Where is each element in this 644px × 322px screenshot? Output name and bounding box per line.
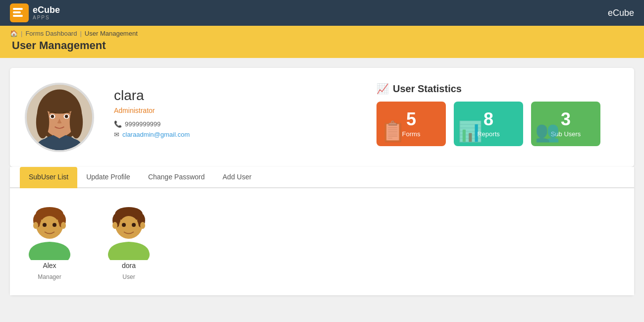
reports-count: 8 [483, 110, 493, 128]
svg-point-12 [51, 115, 54, 118]
tab-content: Alex Manager [10, 188, 634, 295]
svg-rect-1 [13, 11, 21, 13]
breadcrumb: 🏠 | Forms Dashboard | User Management [10, 30, 634, 37]
svg-point-30 [122, 223, 126, 227]
tabs-container: SubUser List Update Profile Change Passw… [10, 167, 634, 295]
profile-info: clara Administrator 📞 9999999999 ✉ clara… [114, 83, 357, 141]
svg-point-29 [119, 216, 139, 238]
subusers-grid: Alex Manager [25, 203, 619, 280]
svg-point-22 [33, 222, 38, 229]
navbar-right-title: eCube [608, 8, 634, 18]
subuser-name-alex: Alex [43, 262, 56, 269]
brand-sub: APPS [33, 15, 60, 20]
svg-point-32 [112, 222, 117, 229]
subusers-bg-icon: 👥 [535, 120, 560, 143]
profile-email: ✉ claraadmin@gmail.com [114, 131, 357, 138]
svg-point-9 [42, 93, 77, 113]
stats-header: 📈 User Statistics [376, 83, 619, 95]
profile-phone: 📞 9999999999 [114, 120, 357, 128]
tab-update-profile[interactable]: Update Profile [77, 167, 139, 188]
tab-add-user[interactable]: Add User [214, 167, 260, 188]
separator-1: | [21, 30, 22, 37]
subuser-role-dora: User [122, 273, 135, 280]
subuser-name-dora: dora [122, 262, 136, 269]
svg-point-31 [132, 223, 136, 227]
separator-2: | [80, 30, 81, 37]
subuser-item-alex: Alex Manager [25, 203, 74, 280]
main-content: clara Administrator 📞 9999999999 ✉ clara… [0, 58, 644, 305]
chart-icon: 📈 [376, 83, 389, 95]
svg-point-33 [140, 222, 145, 229]
stat-card-forms[interactable]: 📋 5 Forms [376, 102, 446, 146]
svg-rect-0 [13, 8, 23, 10]
brand-name: eCube [33, 5, 60, 15]
breadcrumb-bar: 🏠 | Forms Dashboard | User Management Us… [0, 26, 644, 58]
email-icon: ✉ [114, 131, 119, 138]
breadcrumb-current: User Management [85, 30, 138, 37]
profile-name: clara [114, 88, 357, 104]
subuser-avatar-alex [25, 203, 74, 258]
avatar [25, 83, 94, 152]
subuser-avatar-dora [104, 203, 154, 258]
reports-bg-icon: 📊 [458, 120, 483, 143]
svg-point-20 [43, 223, 47, 227]
svg-point-21 [53, 223, 56, 227]
tabs-nav: SubUser List Update Profile Change Passw… [10, 167, 634, 188]
svg-point-19 [40, 216, 59, 238]
email-link[interactable]: claraadmin@gmail.com [122, 131, 190, 138]
subuser-role-alex: Manager [38, 273, 61, 280]
stats-section: 📈 User Statistics 📋 5 Forms 📊 8 Reports [376, 83, 619, 146]
tab-change-password[interactable]: Change Password [139, 167, 214, 188]
breadcrumb-forms-dashboard[interactable]: Forms Dashboard [25, 30, 77, 37]
brand-container: eCube APPS [10, 3, 60, 22]
stat-card-reports[interactable]: 📊 8 Reports [454, 102, 523, 146]
phone-icon: 📞 [114, 120, 122, 128]
svg-point-23 [61, 222, 66, 229]
tab-subuser-list[interactable]: SubUser List [20, 167, 77, 188]
forms-count: 5 [406, 110, 416, 128]
subusers-count: 3 [561, 110, 571, 128]
svg-rect-2 [13, 15, 23, 17]
svg-point-13 [65, 115, 68, 118]
navbar: eCube APPS eCube [0, 0, 644, 26]
profile-top: clara Administrator 📞 9999999999 ✉ clara… [25, 83, 619, 152]
profile-role: Administrator [114, 107, 357, 114]
logo [10, 3, 29, 22]
stats-cards: 📋 5 Forms 📊 8 Reports 👥 3 Sub Use [376, 102, 619, 146]
stat-card-subusers[interactable]: 👥 3 Sub Users [531, 102, 600, 146]
home-icon[interactable]: 🏠 [10, 30, 18, 37]
profile-card: clara Administrator 📞 9999999999 ✉ clara… [10, 68, 634, 167]
forms-bg-icon: 📋 [380, 120, 405, 143]
page-title: User Management [12, 39, 634, 52]
subuser-item-dora: dora User [104, 203, 154, 280]
